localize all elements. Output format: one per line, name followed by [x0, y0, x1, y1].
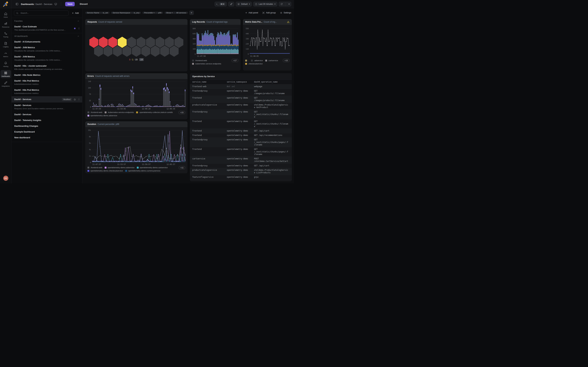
duration-more-series-badge[interactable]: +11 — [179, 166, 185, 169]
error-bar[interactable] — [125, 107, 126, 107]
error-bar[interactable] — [177, 104, 178, 107]
dashboard-list-item[interactable]: Example Dashboard — [12, 129, 82, 135]
stacked-bar[interactable] — [233, 34, 234, 54]
error-bar[interactable] — [114, 106, 114, 107]
error-bar[interactable] — [140, 106, 141, 107]
error-bar[interactable] — [156, 106, 156, 107]
settings-button[interactable]: Settings — [280, 12, 291, 14]
stacked-bar[interactable] — [234, 34, 235, 54]
present-button[interactable] — [54, 2, 58, 6]
sidebar-item-dashboards[interactable]: Dashboards — [0, 70, 11, 78]
error-bar[interactable] — [120, 104, 121, 107]
stacked-bar[interactable] — [199, 40, 200, 54]
error-bar[interactable] — [166, 83, 167, 107]
error-bar[interactable] — [109, 105, 110, 107]
hex-cell-empty[interactable] — [94, 46, 103, 57]
hex-cell-empty[interactable] — [127, 37, 136, 48]
error-bar[interactable] — [175, 105, 176, 107]
error-bar[interactable] — [114, 107, 115, 107]
dashboard-list-item[interactable]: Dashboarding Changes — [12, 123, 82, 129]
error-bar[interactable] — [104, 106, 105, 107]
filter-chip[interactable]: Show =All services — [164, 12, 188, 14]
error-bar[interactable] — [98, 106, 98, 107]
stacked-bar[interactable] — [201, 41, 202, 54]
stacked-bar[interactable] — [207, 34, 208, 54]
warning-icon[interactable] — [287, 21, 290, 23]
error-bar[interactable] — [179, 106, 180, 107]
error-bar[interactable] — [160, 106, 161, 107]
hex-cell-empty[interactable] — [146, 37, 155, 48]
legend-item[interactable]: .opentelemetry-collector;otelcol-contrib — [136, 111, 173, 113]
error-bar[interactable] — [100, 85, 100, 107]
dashboard-list-item-selected[interactable]: Dash0 - ServicesModified — [12, 96, 82, 102]
error-bar[interactable] — [116, 106, 117, 107]
stacked-bar[interactable] — [197, 33, 197, 54]
legend-item[interactable]: opentelemetry-demo.adservice — [87, 115, 117, 117]
collapse-sidebar-button[interactable] — [15, 2, 19, 6]
error-bar[interactable] — [132, 86, 133, 107]
sidebar-item-resources[interactable]: Resources — [0, 21, 11, 29]
error-bar[interactable] — [184, 106, 185, 107]
error-bar[interactable] — [142, 106, 143, 107]
error-bar[interactable] — [130, 105, 130, 107]
stacked-bar[interactable] — [215, 44, 216, 54]
dashboard-list-item[interactable]: Dash0 - AI Enhancements — [12, 39, 82, 45]
dashboard-list-item[interactable]: Dash0 - K8s - cluster-autoscalerK8s clus… — [12, 63, 82, 72]
stacked-bar[interactable] — [237, 33, 238, 54]
error-bar[interactable] — [157, 106, 158, 107]
error-bar[interactable] — [135, 104, 136, 107]
user-avatar[interactable]: DS — [3, 176, 8, 181]
stacked-bar[interactable] — [211, 33, 212, 54]
legend-item[interactable]: .frontend-web — [87, 111, 102, 113]
error-bar[interactable] — [144, 106, 144, 107]
error-bar[interactable] — [115, 107, 116, 107]
stacked-bar[interactable] — [208, 35, 209, 54]
filter-chip[interactable]: Percentile =p99 — [142, 12, 163, 14]
sidebar-item-metrics[interactable]: Metrics — [0, 50, 11, 58]
panel-errors-header[interactable]: Errors Count of requests served with err… — [85, 73, 188, 79]
error-bar[interactable] — [174, 107, 175, 107]
legend-item[interactable]: .kubernetes-service-endpoints — [105, 111, 134, 113]
error-bar[interactable] — [95, 105, 96, 107]
stacked-bar[interactable] — [203, 35, 203, 54]
error-bar[interactable] — [101, 105, 102, 107]
error-bar[interactable] — [157, 105, 157, 107]
legend-item[interactable]: opentelemetry-demo.adservice — [105, 167, 134, 168]
error-bar[interactable] — [153, 106, 154, 107]
error-bar[interactable] — [103, 106, 103, 107]
stacked-bar[interactable] — [229, 30, 229, 54]
stacked-bar[interactable] — [228, 32, 228, 54]
dashboard-list-item[interactable]: Dash0 - JVM MetricsVisualizes the semant… — [12, 45, 82, 54]
stacked-bar[interactable] — [230, 44, 231, 54]
error-bar[interactable] — [138, 106, 139, 107]
hex-cell-empty[interactable] — [151, 46, 160, 57]
stacked-bar[interactable] — [198, 34, 198, 54]
hex-cell-empty[interactable] — [132, 46, 141, 57]
hex-cell-empty[interactable] — [170, 46, 179, 57]
environment-selector[interactable]: Default — [236, 2, 252, 7]
sidebar-item-alerting[interactable]: Alerting — [0, 60, 11, 68]
stacked-bar[interactable] — [235, 34, 236, 54]
error-bar[interactable] — [129, 105, 130, 107]
stacked-bar[interactable] — [214, 36, 214, 54]
panel-metric-header[interactable]: Metric Data Poi... Count of ing... — [243, 19, 292, 25]
sidebar-item-integrations[interactable]: Integrations — [0, 80, 11, 88]
stacked-bar[interactable] — [209, 34, 210, 54]
stacked-bar[interactable] — [214, 40, 215, 54]
error-bar[interactable] — [105, 106, 106, 107]
stacked-bar[interactable] — [205, 31, 206, 54]
stacked-bar[interactable] — [236, 37, 237, 54]
error-bar[interactable] — [143, 106, 143, 107]
hex-cell-empty[interactable] — [122, 46, 131, 57]
add-filter-button[interactable]: + — [189, 10, 194, 15]
stacked-bar[interactable] — [217, 34, 218, 54]
stacked-bar[interactable] — [220, 32, 221, 54]
error-bar[interactable] — [148, 105, 149, 107]
error-bar[interactable] — [101, 88, 101, 107]
legend-item[interactable]: .frontend-web — [87, 167, 102, 168]
filter-chip[interactable]: Service Nameis_set — [85, 12, 110, 14]
favorite-star-icon[interactable] — [73, 27, 76, 30]
kebab-menu-icon[interactable] — [78, 98, 80, 100]
stacked-bar[interactable] — [222, 34, 223, 54]
error-bar[interactable] — [110, 107, 111, 107]
